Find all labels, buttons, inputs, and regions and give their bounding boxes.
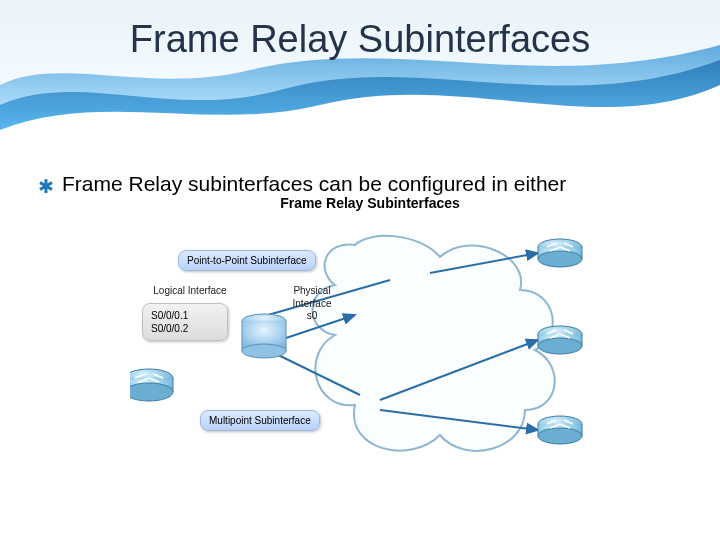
diagram-title: Frame Relay Subinterfaces [130,195,610,211]
svg-point-18 [538,251,582,267]
svg-point-23 [538,338,582,354]
label-physical: Physical Interface s0 [282,285,342,323]
label-sub1: S0/0/0.1 [151,309,219,322]
svg-point-28 [538,428,582,444]
svg-point-13 [130,383,173,401]
router-icon [538,416,582,444]
cloud-shape [313,236,555,451]
bullet-star-icon: ✱ [38,175,54,198]
router-icon [130,369,173,401]
label-subif-box: S0/0/0.1 S0/0/0.2 [142,303,228,341]
bullet-text: Frame Relay subinterfaces can be configu… [62,172,566,195]
bullet-item: ✱ Frame Relay subinterfaces can be confi… [62,172,566,196]
router-icon [538,326,582,354]
network-diagram: Frame Relay Subinterfaces [130,195,610,495]
label-multipoint: Multipoint Subinterface [200,410,320,431]
slide-title: Frame Relay Subinterfaces [0,18,720,61]
label-logical: Logical Interface [150,285,230,298]
cylinder-icon [242,314,286,358]
router-icon [538,239,582,267]
label-sub2: S0/0/0.2 [151,322,219,335]
svg-point-8 [242,344,286,358]
label-ptp: Point-to-Point Subinterface [178,250,316,271]
